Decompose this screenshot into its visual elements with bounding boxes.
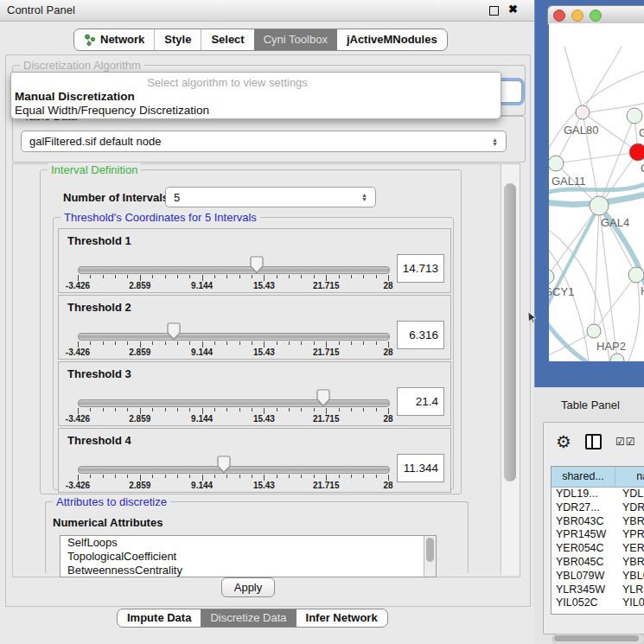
attributes-scrollbar[interactable] xyxy=(424,536,436,577)
slider-track[interactable] xyxy=(78,333,390,341)
network-node-gal4[interactable] xyxy=(590,196,609,215)
network-node-gcy1[interactable] xyxy=(549,270,554,284)
control-panel-titlebar[interactable]: Control Panel ✖ xyxy=(0,0,534,22)
settings-vertical-scrollbar[interactable] xyxy=(501,164,520,575)
tick-mark xyxy=(202,408,203,414)
tab-network[interactable]: Network xyxy=(74,29,154,50)
cell-name: YPR14 xyxy=(615,528,644,542)
table-row[interactable]: YBL079WYBL07 xyxy=(552,570,644,583)
threshold-label: Threshold 3 xyxy=(67,367,131,380)
tab-jactivemnodules[interactable]: jActiveMNodules xyxy=(337,29,447,50)
tick-mark xyxy=(152,475,153,478)
close-light-icon[interactable] xyxy=(553,10,565,22)
node-table[interactable]: shared...nameYDL19...YDL19YDR27...YDR27Y… xyxy=(551,466,644,615)
number-of-intervals-combobox[interactable]: 5 ▲▼ xyxy=(165,187,376,207)
tick-mark xyxy=(351,475,352,478)
tab-select[interactable]: Select xyxy=(201,29,253,50)
tick-mark xyxy=(388,275,389,281)
table-row[interactable]: YIL052CYIL05 xyxy=(552,596,644,610)
column-header-name[interactable]: name xyxy=(615,467,644,487)
tab-label: Cyni Toolbox xyxy=(264,29,328,50)
tick-mark xyxy=(326,475,327,481)
tick-mark xyxy=(239,275,240,278)
tick-mark xyxy=(115,408,116,411)
thresholds-group-label: Threshold's Coordinates for 5 Intervals xyxy=(61,211,260,224)
number-of-intervals-value: 5 xyxy=(174,191,180,204)
tick-mark xyxy=(277,408,277,411)
network-node-gal80[interactable] xyxy=(576,105,590,119)
network-node[interactable] xyxy=(610,354,624,361)
scrollbar-thumb[interactable] xyxy=(504,183,516,481)
table-horizontal-scrollbar[interactable] xyxy=(552,634,644,644)
network-node-c[interactable] xyxy=(629,143,644,161)
table-row[interactable]: YBR045CYBR04 xyxy=(552,556,644,570)
threshold-value-field[interactable]: 14.713 xyxy=(397,254,444,283)
tick-mark xyxy=(214,408,215,411)
column-header-shared[interactable]: shared... xyxy=(552,467,615,487)
table-row[interactable]: YDL19...YDL19 xyxy=(552,488,644,501)
apply-button[interactable]: Apply xyxy=(221,577,275,597)
network-view[interactable]: GAL80GACGAL11GAL4GCY1HHAP2 xyxy=(549,23,644,361)
tick-mark xyxy=(363,341,364,345)
tick-label: -3.426 xyxy=(52,348,104,357)
list-item-selfloops[interactable]: SelfLoops xyxy=(61,536,436,550)
table-panel-title: Table Panel xyxy=(561,399,620,411)
tab-cyni-toolbox[interactable]: Cyni Toolbox xyxy=(254,29,337,50)
slider-handle[interactable] xyxy=(167,322,181,341)
threshold-value-field[interactable]: 6.316 xyxy=(397,321,444,349)
table-row[interactable]: YDR27...YDR27 xyxy=(552,501,644,515)
network-node-gal11[interactable] xyxy=(549,156,564,171)
tick-label: 2.859 xyxy=(114,481,166,490)
node-label: GCY1 xyxy=(549,285,574,298)
threshold-value-field[interactable]: 11.344 xyxy=(397,454,444,482)
zoom-light-icon[interactable] xyxy=(590,10,602,22)
minimize-light-icon[interactable] xyxy=(571,10,583,22)
numerical-attributes-list[interactable]: SelfLoopsTopologicalCoefficientBetweenne… xyxy=(60,535,437,577)
close-icon[interactable]: ✖ xyxy=(508,3,518,16)
table-row[interactable]: YBR043CYBR04 xyxy=(552,515,644,529)
tab-infer-network[interactable]: Infer Network xyxy=(296,609,387,627)
slider-track[interactable] xyxy=(78,266,390,274)
split-view-icon[interactable] xyxy=(585,434,602,450)
tick-mark xyxy=(252,275,252,278)
scrollbar-thumb[interactable] xyxy=(554,635,639,641)
table-row[interactable]: YPR145WYPR14 xyxy=(552,528,644,542)
tick-mark xyxy=(252,475,252,478)
list-item-topologicalcoefficient[interactable]: TopologicalCoefficient xyxy=(61,550,436,564)
gear-icon[interactable]: ⚙ xyxy=(556,433,571,450)
tick-mark xyxy=(189,341,190,345)
float-icon[interactable] xyxy=(489,6,499,16)
tick-mark xyxy=(140,475,141,481)
algorithm-option-equal-width-frequency-discretization[interactable]: Equal Width/Frequency Discretization xyxy=(15,104,209,118)
slider-track[interactable] xyxy=(78,466,390,474)
slider-handle[interactable] xyxy=(250,256,264,274)
network-window-titlebar[interactable] xyxy=(547,5,644,25)
list-item-betweennesscentrality[interactable]: BetweennessCentrality xyxy=(61,564,436,577)
tab-impute-data[interactable]: Impute Data xyxy=(118,609,201,627)
slider-handle[interactable] xyxy=(316,389,330,407)
tab-discretize-data[interactable]: Discretize Data xyxy=(201,609,296,627)
table-row[interactable]: YLR345WYLR34 xyxy=(552,583,644,597)
tick-label: -3.426 xyxy=(52,414,104,424)
tick-label: 9.144 xyxy=(176,281,228,290)
network-node-h[interactable] xyxy=(628,267,644,283)
checkbox-icons[interactable]: ☑☑ xyxy=(615,436,636,448)
algorithm-option-manual-discretization[interactable]: Manual Discretization xyxy=(15,90,135,104)
tab-label: Impute Data xyxy=(127,609,191,627)
tick-mark xyxy=(177,275,178,278)
cell-shared-name: YIL052C xyxy=(552,596,615,610)
network-node-hap2[interactable] xyxy=(587,324,601,338)
tick-mark xyxy=(226,275,227,278)
tick-mark xyxy=(115,275,116,278)
tick-mark xyxy=(78,475,79,481)
table-data-combobox[interactable]: galFiltered.sif default node ▲▼ xyxy=(21,131,507,152)
tick-mark xyxy=(127,408,128,411)
slider-track[interactable] xyxy=(78,399,390,407)
cell-name: YBL07 xyxy=(615,570,644,583)
network-node-ga[interactable] xyxy=(627,108,642,124)
threshold-value-field[interactable]: 21.4 xyxy=(397,387,444,416)
tick-mark xyxy=(239,408,240,411)
tab-style[interactable]: Style xyxy=(154,29,201,50)
table-row[interactable]: YER054CYER05 xyxy=(552,542,644,556)
slider-handle[interactable] xyxy=(217,456,231,474)
